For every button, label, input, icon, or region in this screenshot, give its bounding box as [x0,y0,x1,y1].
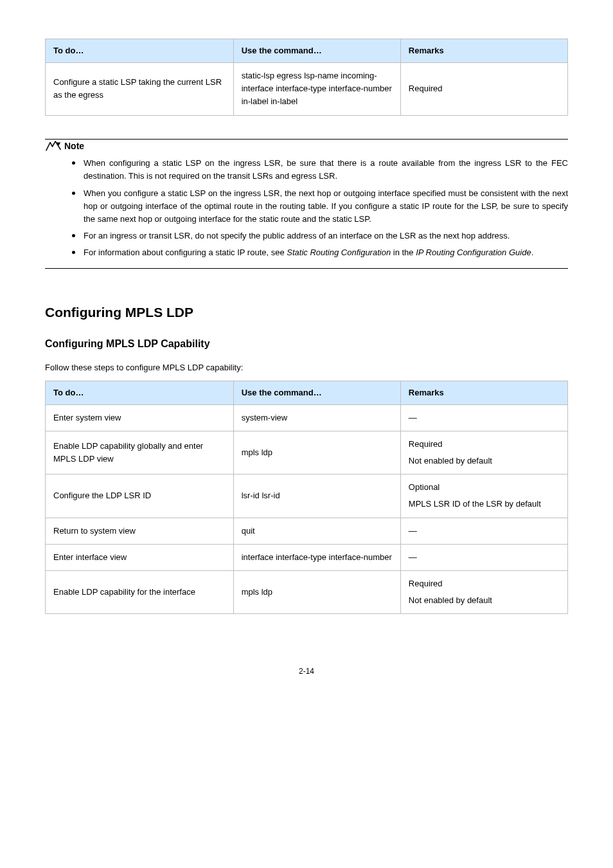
t1-header-remarks: Remarks [400,39,567,63]
cell: Optional MPLS LSR ID of the LSR by defau… [400,475,567,518]
table-row: Enter system view system-view — [46,404,568,431]
note-list: When configuring a static LSP on the ing… [45,157,568,259]
cell: Return to system view [46,518,234,544]
cell: Enter interface view [46,544,234,570]
t1-header-cmd: Use the command… [233,39,400,63]
page-heading: Configuring MPLS LDP [45,302,568,323]
t1-r0-c2: Required [400,63,567,115]
note-text: When you configure a static LSP on the i… [84,188,568,224]
table-row: Configure a static LSP taking the curren… [46,63,568,115]
remark-line: Required [409,577,560,590]
remark-line: MPLS LSR ID of the LSR by default [409,498,560,511]
cell: mpls ldp [233,570,400,613]
cell: Required Not enabled by default [400,570,567,613]
note-text: For information about configuring a stat… [84,248,287,257]
t1-header-todo: To do… [46,39,234,63]
note-icon [45,140,62,153]
list-item: When you configure a static LSP on the i… [72,187,568,226]
page-number: 2-14 [45,665,568,678]
note-section: Note When configuring a static LSP on th… [45,139,568,269]
remark-line: Required [409,438,560,451]
cell: quit [233,518,400,544]
cell: Enable LDP capability globally and enter… [46,431,234,475]
t2-header-todo: To do… [46,381,234,404]
cell: Enter system view [46,404,234,431]
static-lsp-table: To do… Use the command… Remarks Configur… [45,39,568,116]
section-heading: Configuring MPLS LDP Capability [45,336,568,352]
remark-line: Optional [409,481,560,494]
table-row: Enable LDP capability for the interface … [46,570,568,613]
note-text: When configuring a static LSP on the ing… [84,158,568,181]
list-item: For information about configuring a stat… [72,246,568,259]
table-row: Return to system view quit — [46,518,568,544]
cell: Enable LDP capability for the interface [46,570,234,613]
cell: — [400,404,567,431]
cell: Configure the LDP LSR ID [46,475,234,518]
table-row: Configure the LDP LSR ID lsr-id lsr-id O… [46,475,568,518]
note-ref: Static Routing Configuration [287,248,391,257]
lead-text: Follow these steps to configure MPLS LDP… [45,361,568,374]
note-ref: IP Routing Configuration Guide [416,248,531,257]
table-row: Enable LDP capability globally and enter… [46,431,568,475]
note-title: Note [64,140,84,154]
cell: — [400,544,567,570]
remark-line: Not enabled by default [409,455,560,467]
ldp-config-table: To do… Use the command… Remarks Enter sy… [45,381,568,614]
cell: lsr-id lsr-id [233,475,400,518]
cell: mpls ldp [233,431,400,475]
cell: Required Not enabled by default [400,431,567,475]
cell: interface interface-type interface-numbe… [233,544,400,570]
cell: system-view [233,404,400,431]
t2-header-cmd: Use the command… [233,381,400,404]
list-item: When configuring a static LSP on the ing… [72,157,568,183]
note-text: For an ingress or transit LSR, do not sp… [84,231,510,240]
remark-line: Not enabled by default [409,594,560,607]
t2-header-remarks: Remarks [400,381,567,404]
note-text: in the [391,248,416,257]
t1-r0-c1: static-lsp egress lsp-name incoming-inte… [233,63,400,115]
list-item: For an ingress or transit LSR, do not sp… [72,230,568,242]
note-text: . [531,248,534,257]
t1-r0-c0: Configure a static LSP taking the curren… [46,63,234,115]
note-bottom-rule [45,268,568,269]
cell: — [400,518,567,544]
table-row: Enter interface view interface interface… [46,544,568,570]
